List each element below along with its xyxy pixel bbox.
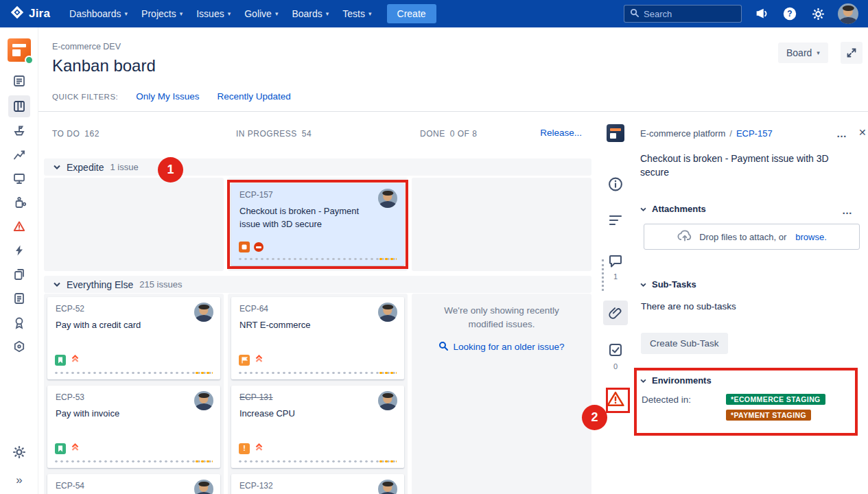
issue-card-ecp-54[interactable]: ECP-54 — [47, 474, 220, 494]
sidebar-bottom: » — [0, 443, 38, 487]
settings-icon[interactable] — [10, 443, 29, 462]
filter-only-my-issues[interactable]: Only My Issues — [136, 91, 199, 102]
issue-key: ECP-157 — [239, 190, 273, 200]
board-icon[interactable] — [8, 95, 30, 117]
column-header-inprogress: IN PROGRESS54 — [236, 129, 312, 139]
project-avatar[interactable] — [8, 38, 31, 62]
attachments-icon[interactable] — [603, 301, 628, 325]
jira-logo-icon — [10, 5, 25, 23]
subtasks-icon[interactable] — [608, 342, 623, 357]
nav-projects[interactable]: Projects▾ — [134, 0, 189, 27]
assignee-avatar[interactable] — [194, 303, 213, 322]
attachment-dropzone[interactable]: Drop files to attach, or browse. — [644, 224, 860, 250]
gear-icon[interactable] — [810, 5, 826, 22]
details-icon[interactable] — [609, 215, 622, 226]
displays-icon[interactable] — [10, 169, 29, 188]
nav-golive[interactable]: Golive▾ — [237, 0, 285, 27]
attachments-section-header[interactable]: Attachments — [640, 204, 706, 214]
swimlane-expedite[interactable]: Expedite 1 issue — [44, 158, 591, 176]
project-sidebar: » — [0, 27, 38, 494]
environments-warning-icon[interactable] — [607, 390, 625, 408]
nav-dashboards[interactable]: Dashboards▾ — [62, 0, 134, 27]
close-icon[interactable]: ✕ — [858, 127, 868, 138]
panel-resize-handle[interactable] — [602, 259, 604, 291]
search-input[interactable] — [644, 9, 736, 19]
issue-key: ECP-53 — [56, 392, 84, 402]
user-avatar[interactable] — [838, 3, 858, 24]
issue-summary: Pay with invoice — [56, 408, 191, 421]
issue-key-link[interactable]: ECP-157 — [736, 128, 773, 139]
assignee-avatar[interactable] — [378, 189, 397, 208]
priority-blocker-icon — [254, 242, 263, 252]
assignee-avatar[interactable] — [378, 303, 397, 322]
releases-icon[interactable] — [10, 121, 29, 140]
fullscreen-button[interactable] — [841, 42, 863, 64]
swimlane-everything-else[interactable]: Everything Else 215 issues — [44, 276, 591, 293]
create-subtask-button[interactable]: Create Sub-Task — [641, 333, 728, 354]
environments-section-header[interactable]: Environments — [640, 375, 712, 386]
automation-icon[interactable] — [10, 241, 29, 260]
upload-cloud-icon — [677, 229, 693, 244]
search-box[interactable] — [624, 5, 742, 23]
column-header-todo: TO DO162 — [52, 129, 99, 139]
story-type-icon — [55, 443, 66, 454]
board-menu-button[interactable]: Board ▾ — [778, 43, 828, 63]
backlog-icon[interactable] — [10, 71, 29, 91]
board-header: E-commerce DEV Kanban board QUICK FILTER… — [38, 27, 868, 111]
nav-tests[interactable]: Tests▾ — [336, 0, 378, 27]
issue-title: Checkout is broken - Payment issue with … — [640, 152, 854, 180]
assignee-avatar[interactable] — [194, 391, 213, 410]
reports-icon[interactable] — [10, 145, 29, 164]
nav-boards[interactable]: Boards▾ — [285, 0, 336, 27]
subtask-count: 0 — [613, 362, 618, 370]
approvals-icon[interactable] — [10, 313, 29, 332]
chevron-down-icon — [640, 283, 646, 287]
info-icon[interactable] — [608, 176, 624, 192]
alerts-icon[interactable] — [10, 217, 29, 236]
comments-icon[interactable] — [608, 253, 623, 268]
browse-link[interactable]: browse. — [795, 232, 827, 242]
project-link[interactable]: E-commerce platform — [640, 128, 725, 139]
subtasks-section-header[interactable]: Sub-Tasks — [640, 279, 696, 290]
assignee-avatar[interactable] — [378, 391, 397, 410]
issue-card-ecp-157[interactable]: ECP-157 Checkout is broken - Payment iss… — [231, 183, 404, 266]
issue-key: ECP-52 — [56, 304, 84, 314]
pages-icon[interactable] — [10, 265, 29, 284]
assignee-avatar[interactable] — [378, 480, 397, 494]
days-in-column-dots — [239, 371, 397, 375]
nav-left: Jira Dashboards▾ Projects▾ Issues▾ Goliv… — [10, 0, 624, 27]
priority-highest-icon — [70, 353, 80, 366]
detail-rail: 1 0 — [598, 112, 633, 494]
issue-key: ECP-54 — [56, 481, 84, 491]
nav-issues[interactable]: Issues▾ — [189, 0, 237, 27]
announcements-icon[interactable] — [753, 5, 770, 22]
project-avatar-small[interactable] — [607, 124, 624, 142]
assignee-avatar[interactable] — [194, 480, 213, 494]
breadcrumb[interactable]: E-commerce DEV — [52, 42, 121, 51]
issue-card-ecp-64[interactable]: ECP-64 NRT E-commerce — [231, 297, 404, 379]
collapse-sidebar-icon[interactable]: » — [16, 473, 22, 487]
chevron-down-icon: ▾ — [125, 11, 128, 17]
filter-recently-updated[interactable]: Recently Updated — [218, 91, 291, 102]
help-icon[interactable]: ? — [782, 5, 798, 22]
chevron-down-icon: ▾ — [180, 11, 183, 17]
jira-logo-text: Jira — [29, 7, 50, 21]
more-icon[interactable]: … — [842, 205, 853, 215]
column-header-done: DONE0 OF 8 — [420, 129, 477, 139]
more-icon[interactable]: … — [836, 128, 847, 139]
checklist-icon[interactable] — [10, 289, 29, 308]
header-divider — [38, 111, 868, 112]
components-icon[interactable] — [10, 337, 29, 356]
issue-card-ecp-53[interactable]: ECP-53 Pay with invoice — [47, 386, 220, 468]
apps-icon[interactable] — [10, 193, 29, 212]
days-in-column-dots — [55, 460, 213, 463]
jira-logo[interactable]: Jira — [10, 5, 50, 23]
issue-card-ecp-131[interactable]: ECP-131 Increase CPU ! — [231, 386, 404, 468]
issue-card-ecp-132[interactable]: ECP-132 — [231, 474, 404, 494]
search-icon — [438, 341, 448, 353]
older-issue-link[interactable]: Looking for an older issue? — [412, 341, 591, 353]
create-button[interactable]: Create — [387, 4, 436, 23]
environment-badge-payment-staging: *PAYMENT STAGING — [726, 410, 811, 421]
issue-card-ecp-52[interactable]: ECP-52 Pay with a credit card — [47, 297, 220, 379]
release-link[interactable]: Release... — [540, 128, 582, 138]
